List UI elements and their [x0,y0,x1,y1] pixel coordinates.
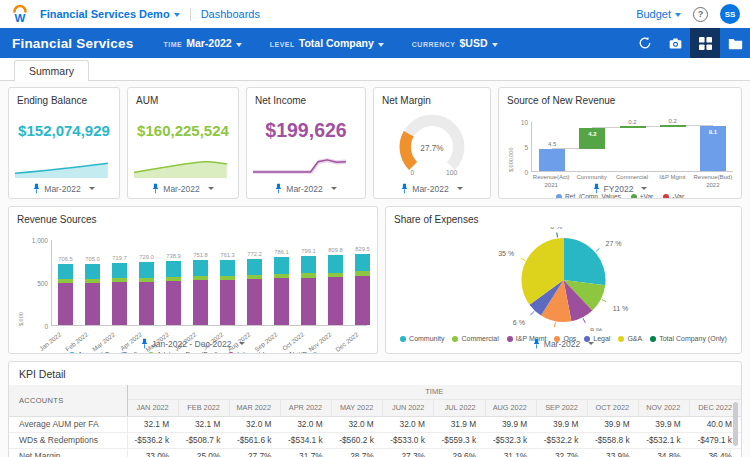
grid-view-button[interactable] [690,28,720,58]
sparkline [15,152,108,178]
bar-segment [274,274,289,278]
value-cell: 32.1 M [178,416,229,432]
tab-summary[interactable]: Summary [14,60,89,81]
value-cell: 39.9 M [587,416,638,432]
pie-label-tick [583,318,585,323]
legend-item[interactable]: Interest Income, Net(Bud) [228,351,317,354]
bar-total-label: 799.1 [295,248,322,254]
value-cell: 32.1 M [127,416,178,432]
bar-segment [328,273,343,277]
period-selector[interactable]: Jan-2022 - Dec-2022 [9,338,377,349]
refresh-icon [638,36,652,50]
pie-slice [564,238,606,285]
screenshot-button[interactable] [660,28,690,58]
period-selector[interactable]: Mar-2022 [128,183,238,194]
waterfall-column: 4.2 [572,122,612,171]
card-revenue-sources: Revenue Sources $,000 1,0005000 706.5705… [8,206,378,354]
bar-segment [166,281,181,325]
dashboard-toolbar: Financial Services TIME Mar-2022 LEVEL T… [0,28,750,58]
table-scrollbar[interactable] [733,402,738,446]
bar-segment [355,254,370,272]
account-cell: Net Margin [9,448,127,457]
dashboard-content: Ending Balance $152,074,929 Mar-2022 AUM… [0,81,750,457]
period-selector[interactable]: Mar-2022 [386,338,741,349]
plan-selector[interactable]: Budget [636,8,681,20]
help-icon[interactable]: ? [693,7,708,22]
bar-segment [274,257,289,274]
month-column-header: MAR 2022 [229,399,280,416]
refresh-button[interactable] [630,28,660,58]
legend-dot [663,194,669,200]
card-aum: AUM $160,225,524 Mar-2022 [127,87,239,199]
bar-value-label: 4.2 [572,131,612,137]
legend-item[interactable]: Account Fees(Bud) [69,351,138,354]
pie-label-tick [555,322,556,327]
account-cell: WDs & Redemptions [9,432,127,448]
waterfall-plot: 4.54.20.20.29.1 [531,122,733,172]
bar-segment [166,261,181,277]
nav-dashboards[interactable]: Dashboards [201,8,260,20]
waterfall-column: 4.5 [532,122,572,171]
period-selector[interactable]: Mar-2022 [247,183,365,194]
table-row: WDs & Redemptions-$536.2 k-$508.7 k-$561… [9,432,741,448]
app-switcher[interactable]: Financial Services Demo [40,8,180,20]
waterfall-column: 0.2 [653,122,693,171]
value-cell: 39.9 M [485,416,536,432]
bar-total-label: 738.9 [160,253,187,259]
bar-segment [112,278,127,282]
bar-segment [85,283,100,325]
bar-segment [301,278,316,325]
legend-dot [556,194,562,200]
expenses-pie-chart: 27 %11 %9 %12 %6 %35 %0 % [386,227,741,331]
avatar[interactable]: SS [720,4,740,24]
workday-logo[interactable]: W [10,4,30,24]
value-cell: -$559.3 k [434,432,485,448]
pie-percent-label: 27 % [606,240,622,247]
filter-time[interactable]: TIME Mar-2022 [163,37,241,49]
table-title: KPI Detail [9,362,741,385]
y-axis: 1050 [515,122,531,172]
filter-level[interactable]: LEVEL Total Company [270,37,384,49]
period-selector[interactable]: FY2022 [499,183,741,194]
value-cell: -$558.8 k [587,432,638,448]
value-cell: 28.7% [332,448,383,457]
bar-segment [112,282,127,325]
legend-item[interactable]: Advisory Fees(Bud) [148,351,218,354]
value-cell: 27.7% [229,448,280,457]
bar-segment [166,277,181,281]
pie-label-tick [521,258,526,260]
value-cell: -$561.6 k [229,432,280,448]
net-income-value: $199,626 [247,119,365,142]
folder-button[interactable] [720,28,750,58]
bar-segment [247,275,262,279]
y-tick-label: 0 [524,169,528,176]
bar-segment [112,263,127,278]
value-cell: -$533.0 k [383,432,434,448]
bar-total-label: 729.0 [133,254,160,260]
bar-segment [274,278,289,325]
filter-currency[interactable]: CURRENCY $USD [412,37,498,49]
month-column-header: FEB 2022 [178,399,229,416]
table-row: Average AUM per FA32.1 M32.1 M32.0 M32.0… [9,416,741,432]
period-selector[interactable]: Mar-2022 [9,183,119,194]
pie-label-tick [531,311,535,315]
chevron-down-icon [492,43,498,47]
chevron-down-icon [378,43,384,47]
bar-segment [328,255,343,272]
pin-icon [533,338,540,349]
value-cell: 29.6% [434,448,485,457]
bar-segment [193,280,208,325]
card-kpi-detail: KPI Detail ACCOUNTSTIMEJAN 2022FEB 2022M… [8,361,742,457]
bar-segment [139,262,154,278]
bar-total-label: 809.8 [322,247,349,253]
value-cell: 25.0% [178,448,229,457]
month-column-header: NOV 2022 [639,399,690,416]
svg-text:27.7%: 27.7% [420,144,444,153]
bar-value-label: 0.2 [612,119,652,125]
period-selector[interactable]: Mar-2022 [374,183,490,194]
month-column-header: JAN 2022 [127,399,178,416]
waterfall-bar [539,149,565,172]
svg-text:W: W [15,12,26,24]
value-cell: 36.4% [690,448,741,457]
page-title: Financial Services [12,36,133,51]
